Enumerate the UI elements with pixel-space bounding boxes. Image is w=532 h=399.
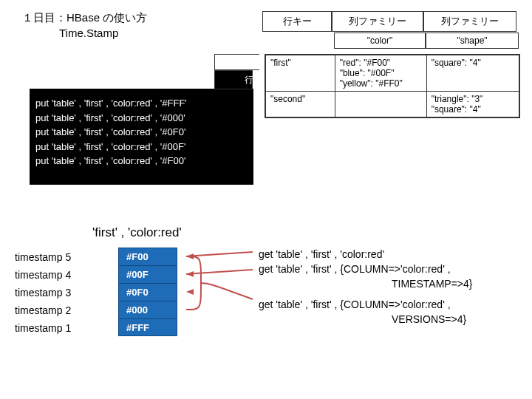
svg-marker-1 (186, 253, 194, 259)
cell-shape: "square": "4" (426, 55, 519, 92)
table-row: "first" "red": "#F00" "blue": "#00F" "ye… (266, 55, 519, 92)
cell-color (335, 92, 426, 117)
timeline-cell: #F00 (118, 248, 177, 265)
timeline-cell: #0F0 (118, 283, 177, 301)
get-line: TIMESTAMP=>4} (259, 278, 472, 290)
code-line: put 'table' , 'first' , 'color:red' , '#… (35, 155, 185, 166)
timeline-cell: #FFF (118, 318, 177, 336)
row-stub (214, 54, 259, 70)
get-commands: get 'table' , 'first' , 'color:red' get … (259, 248, 472, 328)
timestamp-label: timestamp 1 (15, 319, 71, 337)
cell-shape: "triangle": "3" "square": "4" (426, 92, 519, 117)
timestamp-label: timestamp 3 (15, 284, 71, 301)
svg-marker-2 (186, 271, 194, 277)
table-row: "second" "triangle": "3" "square": "4" (266, 92, 519, 117)
timestamp-label: timestamp 2 (15, 301, 71, 319)
timeline-cell: #000 (118, 301, 177, 318)
code-block: put 'table' , 'first' , 'color:red' , '#… (30, 89, 253, 185)
code-line: put 'table' , 'first' , 'color:red' , '#… (35, 98, 187, 109)
code-top-stub: 行 (214, 70, 253, 89)
page-subtitle: Time.Stamp (59, 27, 147, 39)
arrows-icon (186, 248, 253, 318)
timeline-header: 'first' , 'color:red' (92, 225, 182, 240)
timestamp-label: timestamp 5 (15, 248, 71, 266)
title-area: １日目：HBase の使い方 Time.Stamp (22, 11, 147, 39)
subheader-shape: "shape" (426, 33, 519, 49)
code-line: put 'table' , 'first' , 'color:red' , '#… (35, 141, 185, 152)
code-line: put 'table' , 'first' , 'color:red' , '#… (35, 112, 185, 123)
subheader-color: "color" (334, 33, 426, 49)
table-subheader-row: "color" "shape" (265, 33, 519, 49)
cell-rowkey: "second" (266, 92, 335, 117)
page-title: １日目：HBase の使い方 (22, 11, 147, 25)
code-line: put 'table' , 'first' , 'color:red' , '#… (35, 126, 185, 137)
timestamps-column: timestamp 5 timestamp 4 timestamp 3 time… (15, 248, 71, 337)
get-line: get 'table' , 'first' , 'color:red' (259, 248, 472, 260)
svg-text:行: 行 (245, 75, 253, 85)
get-line: get 'table' , 'first' , {COLUMN=>'color:… (259, 299, 472, 310)
header-cf-color: 列ファミリー (332, 11, 423, 32)
timeline-column: #F00 #00F #0F0 #000 #FFF (118, 248, 177, 336)
get-line: get 'table' , 'first' , {COLUMN=>'color:… (259, 263, 472, 275)
cell-color: "red": "#F00" "blue": "#00F" "yellow": "… (335, 55, 426, 92)
data-grid: "first" "red": "#F00" "blue": "#00F" "ye… (265, 54, 520, 118)
header-rowkey: 行キー (262, 11, 332, 32)
timestamp-label: timestamp 4 (15, 266, 71, 284)
get-line: VERSIONS=>4} (259, 313, 472, 325)
header-cf-shape: 列ファミリー (423, 11, 516, 32)
svg-marker-3 (186, 289, 194, 295)
table-header-row: 行キー 列ファミリー 列ファミリー (262, 11, 519, 32)
cell-rowkey: "first" (266, 55, 335, 92)
timeline-cell: #00F (118, 265, 177, 283)
